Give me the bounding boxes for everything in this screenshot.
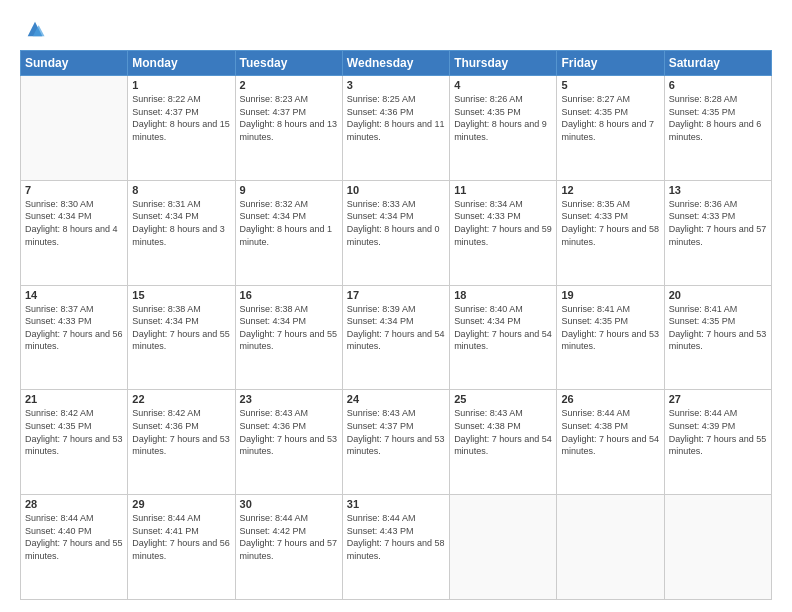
week-row-2: 7Sunrise: 8:30 AMSunset: 4:34 PMDaylight… (21, 180, 772, 285)
day-info: Sunrise: 8:40 AMSunset: 4:34 PMDaylight:… (454, 304, 552, 352)
day-number: 19 (561, 289, 659, 301)
calendar-cell: 14Sunrise: 8:37 AMSunset: 4:33 PMDayligh… (21, 285, 128, 390)
calendar-cell: 17Sunrise: 8:39 AMSunset: 4:34 PMDayligh… (342, 285, 449, 390)
day-number: 15 (132, 289, 230, 301)
calendar-cell: 10Sunrise: 8:33 AMSunset: 4:34 PMDayligh… (342, 180, 449, 285)
calendar-cell: 20Sunrise: 8:41 AMSunset: 4:35 PMDayligh… (664, 285, 771, 390)
calendar-cell: 13Sunrise: 8:36 AMSunset: 4:33 PMDayligh… (664, 180, 771, 285)
calendar-cell: 30Sunrise: 8:44 AMSunset: 4:42 PMDayligh… (235, 495, 342, 600)
day-info: Sunrise: 8:38 AMSunset: 4:34 PMDaylight:… (132, 304, 230, 352)
calendar-cell: 23Sunrise: 8:43 AMSunset: 4:36 PMDayligh… (235, 390, 342, 495)
calendar-cell: 4Sunrise: 8:26 AMSunset: 4:35 PMDaylight… (450, 76, 557, 181)
day-number: 25 (454, 393, 552, 405)
calendar-cell: 8Sunrise: 8:31 AMSunset: 4:34 PMDaylight… (128, 180, 235, 285)
day-number: 8 (132, 184, 230, 196)
day-number: 28 (25, 498, 123, 510)
calendar-cell (557, 495, 664, 600)
calendar-cell: 31Sunrise: 8:44 AMSunset: 4:43 PMDayligh… (342, 495, 449, 600)
day-info: Sunrise: 8:35 AMSunset: 4:33 PMDaylight:… (561, 199, 659, 247)
col-tuesday: Tuesday (235, 51, 342, 76)
page: Sunday Monday Tuesday Wednesday Thursday… (0, 0, 792, 612)
day-info: Sunrise: 8:44 AMSunset: 4:39 PMDaylight:… (669, 408, 767, 456)
logo (20, 18, 46, 40)
day-info: Sunrise: 8:44 AMSunset: 4:42 PMDaylight:… (240, 513, 338, 561)
day-info: Sunrise: 8:26 AMSunset: 4:35 PMDaylight:… (454, 94, 547, 142)
day-info: Sunrise: 8:44 AMSunset: 4:43 PMDaylight:… (347, 513, 445, 561)
day-number: 11 (454, 184, 552, 196)
calendar-cell: 27Sunrise: 8:44 AMSunset: 4:39 PMDayligh… (664, 390, 771, 495)
day-number: 14 (25, 289, 123, 301)
day-info: Sunrise: 8:33 AMSunset: 4:34 PMDaylight:… (347, 199, 440, 247)
col-thursday: Thursday (450, 51, 557, 76)
week-row-5: 28Sunrise: 8:44 AMSunset: 4:40 PMDayligh… (21, 495, 772, 600)
week-row-3: 14Sunrise: 8:37 AMSunset: 4:33 PMDayligh… (21, 285, 772, 390)
calendar-cell: 19Sunrise: 8:41 AMSunset: 4:35 PMDayligh… (557, 285, 664, 390)
day-info: Sunrise: 8:39 AMSunset: 4:34 PMDaylight:… (347, 304, 445, 352)
day-info: Sunrise: 8:30 AMSunset: 4:34 PMDaylight:… (25, 199, 118, 247)
calendar-cell: 6Sunrise: 8:28 AMSunset: 4:35 PMDaylight… (664, 76, 771, 181)
calendar-cell: 7Sunrise: 8:30 AMSunset: 4:34 PMDaylight… (21, 180, 128, 285)
day-info: Sunrise: 8:42 AMSunset: 4:36 PMDaylight:… (132, 408, 230, 456)
calendar-cell: 22Sunrise: 8:42 AMSunset: 4:36 PMDayligh… (128, 390, 235, 495)
day-number: 22 (132, 393, 230, 405)
day-number: 31 (347, 498, 445, 510)
header-row: Sunday Monday Tuesday Wednesday Thursday… (21, 51, 772, 76)
header (20, 18, 772, 40)
calendar-cell: 16Sunrise: 8:38 AMSunset: 4:34 PMDayligh… (235, 285, 342, 390)
day-number: 18 (454, 289, 552, 301)
logo-icon (24, 18, 46, 40)
day-number: 26 (561, 393, 659, 405)
day-info: Sunrise: 8:23 AMSunset: 4:37 PMDaylight:… (240, 94, 338, 142)
calendar-cell: 29Sunrise: 8:44 AMSunset: 4:41 PMDayligh… (128, 495, 235, 600)
col-saturday: Saturday (664, 51, 771, 76)
day-number: 4 (454, 79, 552, 91)
calendar-cell: 11Sunrise: 8:34 AMSunset: 4:33 PMDayligh… (450, 180, 557, 285)
day-info: Sunrise: 8:43 AMSunset: 4:37 PMDaylight:… (347, 408, 445, 456)
calendar-cell: 2Sunrise: 8:23 AMSunset: 4:37 PMDaylight… (235, 76, 342, 181)
calendar: Sunday Monday Tuesday Wednesday Thursday… (20, 50, 772, 600)
day-number: 27 (669, 393, 767, 405)
day-number: 3 (347, 79, 445, 91)
day-number: 21 (25, 393, 123, 405)
calendar-cell: 1Sunrise: 8:22 AMSunset: 4:37 PMDaylight… (128, 76, 235, 181)
day-info: Sunrise: 8:31 AMSunset: 4:34 PMDaylight:… (132, 199, 225, 247)
day-info: Sunrise: 8:36 AMSunset: 4:33 PMDaylight:… (669, 199, 767, 247)
day-info: Sunrise: 8:27 AMSunset: 4:35 PMDaylight:… (561, 94, 654, 142)
day-info: Sunrise: 8:22 AMSunset: 4:37 PMDaylight:… (132, 94, 230, 142)
day-number: 29 (132, 498, 230, 510)
day-number: 12 (561, 184, 659, 196)
day-info: Sunrise: 8:37 AMSunset: 4:33 PMDaylight:… (25, 304, 123, 352)
day-number: 24 (347, 393, 445, 405)
calendar-cell (664, 495, 771, 600)
day-info: Sunrise: 8:44 AMSunset: 4:40 PMDaylight:… (25, 513, 123, 561)
calendar-cell: 28Sunrise: 8:44 AMSunset: 4:40 PMDayligh… (21, 495, 128, 600)
day-number: 7 (25, 184, 123, 196)
calendar-cell: 12Sunrise: 8:35 AMSunset: 4:33 PMDayligh… (557, 180, 664, 285)
calendar-cell: 15Sunrise: 8:38 AMSunset: 4:34 PMDayligh… (128, 285, 235, 390)
day-number: 16 (240, 289, 338, 301)
calendar-cell: 5Sunrise: 8:27 AMSunset: 4:35 PMDaylight… (557, 76, 664, 181)
calendar-cell: 24Sunrise: 8:43 AMSunset: 4:37 PMDayligh… (342, 390, 449, 495)
day-number: 5 (561, 79, 659, 91)
day-number: 20 (669, 289, 767, 301)
week-row-1: 1Sunrise: 8:22 AMSunset: 4:37 PMDaylight… (21, 76, 772, 181)
calendar-cell: 26Sunrise: 8:44 AMSunset: 4:38 PMDayligh… (557, 390, 664, 495)
week-row-4: 21Sunrise: 8:42 AMSunset: 4:35 PMDayligh… (21, 390, 772, 495)
calendar-cell: 3Sunrise: 8:25 AMSunset: 4:36 PMDaylight… (342, 76, 449, 181)
day-number: 23 (240, 393, 338, 405)
day-number: 2 (240, 79, 338, 91)
day-number: 13 (669, 184, 767, 196)
col-monday: Monday (128, 51, 235, 76)
calendar-cell: 21Sunrise: 8:42 AMSunset: 4:35 PMDayligh… (21, 390, 128, 495)
calendar-cell (21, 76, 128, 181)
col-sunday: Sunday (21, 51, 128, 76)
calendar-cell: 9Sunrise: 8:32 AMSunset: 4:34 PMDaylight… (235, 180, 342, 285)
day-info: Sunrise: 8:43 AMSunset: 4:38 PMDaylight:… (454, 408, 552, 456)
col-wednesday: Wednesday (342, 51, 449, 76)
calendar-cell (450, 495, 557, 600)
day-info: Sunrise: 8:41 AMSunset: 4:35 PMDaylight:… (669, 304, 767, 352)
day-info: Sunrise: 8:44 AMSunset: 4:41 PMDaylight:… (132, 513, 230, 561)
day-number: 9 (240, 184, 338, 196)
day-number: 6 (669, 79, 767, 91)
day-info: Sunrise: 8:34 AMSunset: 4:33 PMDaylight:… (454, 199, 552, 247)
